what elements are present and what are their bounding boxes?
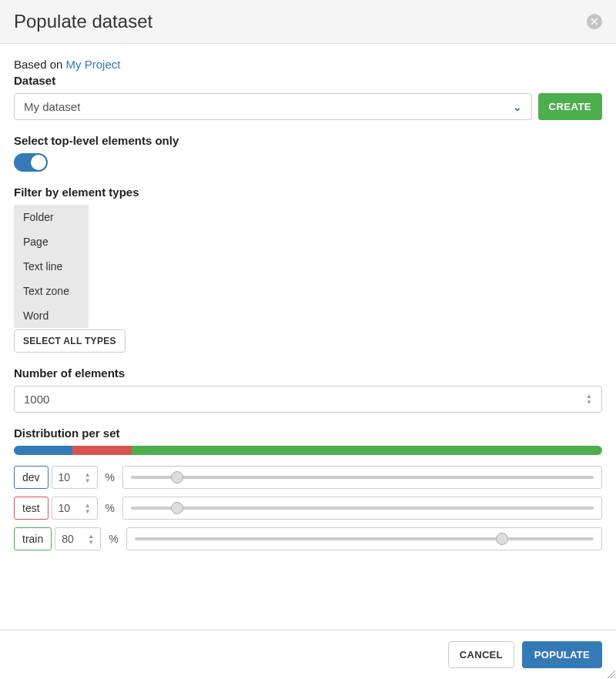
dist-stepper-train[interactable]: ▲▼ [88,534,94,545]
project-link[interactable]: My Project [66,58,121,71]
slider-thumb-test[interactable] [171,502,183,514]
populate-button[interactable]: POPULATE [522,641,602,668]
pct-symbol-dev: % [101,466,119,489]
dataset-label: Dataset [14,74,602,87]
dist-pct-input-test[interactable]: 10 ▲▼ [52,497,98,520]
filter-types-label: Filter by element types [14,186,602,199]
type-item-page[interactable]: Page [14,229,89,254]
slider-test[interactable] [131,507,594,510]
select-all-types-button[interactable]: SELECT ALL TYPES [14,329,126,353]
number-elements-value: 1000 [24,393,49,406]
top-level-label: Select top-level elements only [14,134,602,147]
create-button[interactable]: CREATE [538,93,602,120]
close-button[interactable]: ✕ [587,14,602,29]
dist-row-train: train 80 ▲▼ % [14,527,602,550]
slider-thumb-dev[interactable] [171,471,183,483]
modal-footer: CANCEL POPULATE [0,630,616,679]
toggle-knob [31,155,46,170]
dist-bar-seg-test [72,446,131,455]
type-item-word[interactable]: Word [14,303,89,328]
number-stepper[interactable]: ▲▼ [586,393,592,405]
dataset-row: My dataset ⌄ CREATE [14,93,602,120]
pct-symbol-test: % [101,497,119,520]
dist-pct-value-test: 10 [59,502,71,514]
dataset-select[interactable]: My dataset ⌄ [14,93,532,120]
top-level-toggle[interactable] [14,153,48,172]
dist-stepper-test[interactable]: ▲▼ [85,503,91,514]
dist-bar-seg-dev [14,446,72,455]
based-on-prefix: Based on [14,58,66,71]
number-elements-label: Number of elements [14,366,602,380]
dist-pct-input-train[interactable]: 80 ▲▼ [55,527,101,550]
pct-symbol-train: % [104,527,122,550]
distribution-section: Distribution per set dev 10 ▲▼ % test 10 [14,426,602,550]
slider-box-test [122,497,602,520]
number-elements-input[interactable]: 1000 ▲▼ [14,386,602,413]
slider-box-dev [122,466,602,489]
dist-stepper-dev[interactable]: ▲▼ [85,472,91,483]
dist-name-dev[interactable]: dev [14,466,49,489]
cancel-button[interactable]: CANCEL [448,641,514,668]
distribution-bar [14,446,602,455]
dist-pct-input-dev[interactable]: 10 ▲▼ [52,466,98,489]
dist-name-train[interactable]: train [14,527,52,550]
slider-thumb-train[interactable] [496,533,508,545]
modal-title: Populate dataset [14,11,152,32]
dist-name-test[interactable]: test [14,497,49,520]
distribution-label: Distribution per set [14,426,602,440]
dist-pct-value-dev: 10 [59,471,71,483]
type-item-textzone[interactable]: Text zone [14,279,89,303]
slider-box-train [126,527,602,550]
slider-train[interactable] [135,537,594,540]
dist-bar-seg-train [132,446,602,455]
top-level-section: Select top-level elements only [14,134,602,172]
type-item-textline[interactable]: Text line [14,254,89,279]
modal-content: Based on My Project Dataset My dataset ⌄… [0,44,616,630]
dist-pct-value-train: 80 [62,533,74,545]
filter-types-section: Filter by element types Folder Page Text… [14,186,602,353]
modal-header: Populate dataset ✕ [0,0,616,44]
dataset-selected-value: My dataset [24,100,80,113]
close-icon: ✕ [590,15,599,28]
type-list: Folder Page Text line Text zone Word [14,205,89,328]
based-on-text: Based on My Project [14,58,602,71]
chevron-down-icon: ⌄ [513,101,522,113]
type-item-folder[interactable]: Folder [14,205,89,229]
dist-row-test: test 10 ▲▼ % [14,497,602,520]
number-elements-section: Number of elements 1000 ▲▼ [14,366,602,413]
dist-row-dev: dev 10 ▲▼ % [14,466,602,489]
slider-dev[interactable] [131,476,594,479]
